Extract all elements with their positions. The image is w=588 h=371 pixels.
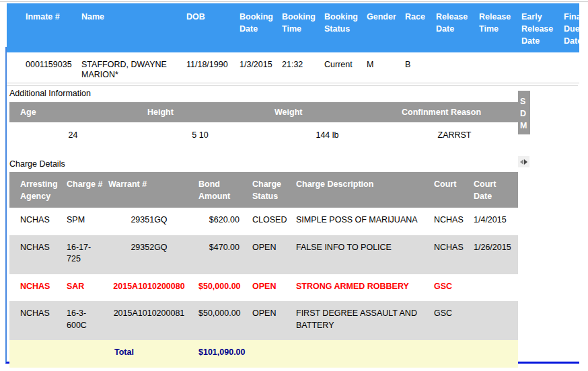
cell-arresting-agency: NCHAS bbox=[9, 301, 62, 340]
cell-court: NCHAS bbox=[429, 208, 469, 235]
booking-header-dob: DOB bbox=[181, 3, 234, 52]
charge-details-label: Charge Details bbox=[9, 159, 65, 169]
inmate-detail-page: { "colors": { "header_blue": "#3b99f0", … bbox=[0, 0, 588, 371]
cell-charge-status: OPEN bbox=[248, 301, 291, 340]
booking-header-inmate-number: Inmate # bbox=[7, 3, 76, 52]
booking-header-release-date: Release Date bbox=[431, 3, 474, 52]
booking-header-row: Inmate # Name DOB Booking Date Booking T… bbox=[7, 3, 579, 52]
total-amount: $101,090.00 bbox=[194, 340, 248, 368]
cell-empty bbox=[62, 340, 104, 368]
cell-gender: M bbox=[361, 52, 400, 83]
charge-total-row: Total $101,090.00 bbox=[9, 340, 518, 368]
cell-empty bbox=[248, 340, 291, 368]
cell-bond-amount: $470.00 bbox=[194, 235, 248, 274]
clipped-letter: M bbox=[520, 120, 530, 132]
cell-charge-number: 16-3-600C bbox=[62, 301, 104, 340]
additional-info-header-row: Age Height Weight Confinment Reason bbox=[9, 102, 518, 122]
booking-header-final-due-date: Final Due Date bbox=[558, 3, 579, 52]
charge-details-table: Arresting Agency Charge # Warrant # Bond… bbox=[9, 172, 518, 368]
cell-charge-status: OPEN bbox=[248, 235, 291, 274]
cell-bond-amount: $620.00 bbox=[194, 208, 248, 235]
cell-arresting-agency: NCHAS bbox=[9, 274, 62, 302]
booking-header-release-time: Release Time bbox=[474, 3, 516, 52]
charge-header-row: Arresting Agency Charge # Warrant # Bond… bbox=[9, 172, 518, 208]
cell-court-date bbox=[469, 274, 518, 302]
cell-charge-description: SIMPLE POSS OF MARIJUANA bbox=[291, 208, 429, 235]
charge-header-court-date: Court Date bbox=[469, 172, 518, 208]
addl-header-height: Height bbox=[137, 102, 264, 122]
cell-release-date bbox=[431, 52, 474, 83]
addl-header-confinement-reason: Confinment Reason bbox=[391, 102, 518, 122]
cell-charge-description: FALSE INFO TO POLICE bbox=[291, 235, 429, 274]
cell-confinement-reason: ZARRST bbox=[391, 122, 518, 145]
cell-weight: 144 lb bbox=[264, 122, 391, 145]
cell-race: B bbox=[400, 52, 431, 83]
cell-inmate-name: STAFFORD, DWAYNE MARION* bbox=[76, 52, 181, 83]
booking-header-booking-time: Booking Time bbox=[277, 3, 319, 52]
cell-release-time bbox=[474, 52, 516, 83]
charge-row-highlighted: NCHAS SAR 2015A1010200080 $50,000.00 OPE… bbox=[9, 274, 518, 302]
cell-court: NCHAS bbox=[429, 235, 469, 274]
cell-booking-time: 21:32 bbox=[277, 52, 319, 83]
cell-warrant-number: 29352GQ bbox=[104, 235, 194, 274]
addl-header-age: Age bbox=[9, 102, 137, 122]
cell-court-date: 1/4/2015 bbox=[469, 208, 518, 235]
cell-dob: 11/18/1990 bbox=[181, 52, 234, 83]
booking-header-gender: Gender bbox=[361, 3, 400, 52]
cell-charge-number: SAR bbox=[62, 274, 104, 302]
cell-court-date bbox=[469, 301, 518, 340]
cell-booking-date: 1/3/2015 bbox=[234, 52, 277, 83]
column-resize-button[interactable] bbox=[518, 156, 529, 167]
charge-row: NCHAS 16-17-725 29352GQ $470.00 OPEN FAL… bbox=[9, 235, 518, 274]
right-arrow-icon bbox=[524, 159, 527, 165]
booking-header-booking-status: Booking Status bbox=[319, 3, 361, 52]
clipped-letter: D bbox=[520, 108, 530, 120]
cell-warrant-number: 29351GQ bbox=[104, 208, 194, 235]
additional-information-label: Additional Information bbox=[9, 89, 91, 98]
cell-warrant-number: 2015A1010200080 bbox=[104, 274, 194, 302]
section-divider-line bbox=[7, 85, 578, 86]
booking-data-row: 0001159035 STAFFORD, DWAYNE MARION* 11/1… bbox=[7, 52, 579, 83]
cell-empty bbox=[469, 340, 518, 368]
addl-header-weight: Weight bbox=[264, 102, 391, 122]
additional-information-table: Age Height Weight Confinment Reason 24 5… bbox=[9, 102, 518, 145]
cell-empty bbox=[429, 340, 469, 368]
cell-charge-number: 16-17-725 bbox=[62, 235, 104, 274]
booking-header-booking-date: Booking Date bbox=[234, 3, 277, 52]
cell-warrant-number: 2015A1010200081 bbox=[104, 301, 194, 340]
cell-final-due-date bbox=[558, 52, 579, 83]
charge-header-warrant-number: Warrant # bbox=[104, 172, 194, 208]
cell-empty bbox=[9, 340, 62, 368]
cell-arresting-agency: NCHAS bbox=[9, 235, 62, 274]
charge-row: NCHAS SPM 29351GQ $620.00 CLOSED SIMPLE … bbox=[9, 208, 518, 235]
top-divider-line bbox=[0, 1, 588, 2]
cell-charge-number: SPM bbox=[62, 208, 104, 235]
cell-early-release-date bbox=[516, 52, 558, 83]
booking-header-race: Race bbox=[400, 3, 431, 52]
cell-charge-status: CLOSED bbox=[248, 208, 291, 235]
cell-empty bbox=[291, 340, 429, 368]
left-arrow-icon bbox=[520, 159, 523, 165]
clipped-letter: S bbox=[520, 95, 530, 108]
clipped-column-header: S D M bbox=[518, 91, 530, 134]
booking-header-early-release-date: Early Release Date bbox=[516, 3, 558, 52]
total-label: Total bbox=[104, 340, 194, 368]
cell-inmate-number: 0001159035 bbox=[7, 52, 76, 83]
cell-booking-status: Current bbox=[319, 52, 361, 83]
charge-header-arresting-agency: Arresting Agency bbox=[9, 172, 62, 208]
charge-header-bond-amount: Bond Amount bbox=[194, 172, 248, 208]
additional-info-data-row: 24 5 10 144 lb ZARRST bbox=[9, 122, 518, 145]
cell-charge-status: OPEN bbox=[248, 274, 291, 302]
cell-age: 24 bbox=[9, 122, 137, 145]
booking-summary-table: Inmate # Name DOB Booking Date Booking T… bbox=[7, 3, 579, 83]
cell-court-date: 1/26/2015 bbox=[469, 235, 518, 274]
cell-charge-description: STRONG ARMED ROBBERY bbox=[291, 274, 429, 302]
charge-row: NCHAS 16-3-600C 2015A1010200081 $50,000.… bbox=[9, 301, 518, 340]
cell-court: GSC bbox=[429, 274, 469, 302]
charge-header-charge-number: Charge # bbox=[62, 172, 104, 208]
charge-header-charge-status: Charge Status bbox=[248, 172, 291, 208]
cell-court: GSC bbox=[429, 301, 469, 340]
charge-header-court: Court bbox=[429, 172, 469, 208]
cell-bond-amount: $50,000.00 bbox=[194, 301, 248, 340]
cell-charge-description: FIRST DEGREE ASSAULT AND BATTERY bbox=[291, 301, 429, 340]
